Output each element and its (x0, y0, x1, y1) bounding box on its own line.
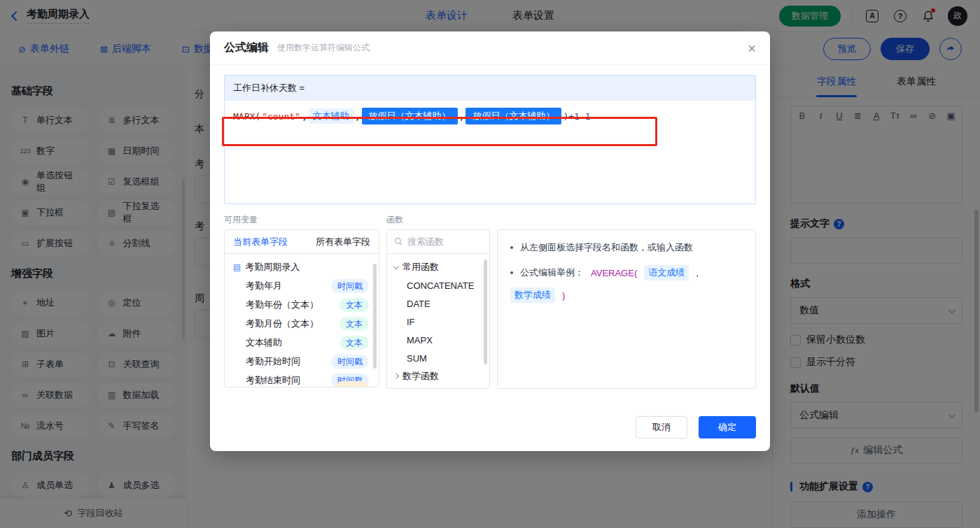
caret-down-icon (393, 263, 399, 269)
type-badge: 文本 (340, 298, 369, 312)
variables-scrollbar[interactable] (373, 264, 377, 369)
functions-scrollbar[interactable] (484, 259, 487, 364)
variable-row[interactable]: 考勤年份（文本）文本 (225, 295, 379, 314)
function-search[interactable] (387, 230, 489, 254)
formula-token: "count" (262, 111, 300, 122)
functions-label: 函数 (386, 214, 490, 229)
formula-edit-modal: 公式编辑 使用数学运算符编辑公式 × 工作日补休天数 = MAPX("count… (210, 31, 770, 451)
functions-panel: 常用函数 CONCATENATE DATE IF MAPX SUM 数学函数 文… (386, 229, 490, 389)
confirm-button[interactable]: 确定 (699, 416, 756, 438)
variables-label: 可用变量 (224, 214, 379, 229)
type-badge: 文本 (340, 317, 369, 331)
variable-row[interactable]: 考勤月份（文本）文本 (225, 314, 379, 333)
search-icon (394, 237, 403, 246)
variable-row[interactable]: 考勤年月时间戳 (225, 276, 379, 295)
function-group-common[interactable]: 常用函数 (387, 258, 489, 276)
function-item[interactable]: IF (387, 313, 489, 331)
type-badge: 文本 (340, 336, 369, 350)
formula-token: MAPX( (233, 111, 260, 122)
function-item[interactable]: SUM (387, 349, 489, 367)
example-chip: 语文成绩 (644, 265, 689, 280)
modal-title: 公式编辑 (224, 41, 269, 55)
example-close-paren: ) (562, 290, 565, 301)
field-chip-selected[interactable]: 放假日（文本辅助） (465, 108, 561, 124)
field-chip-selected[interactable]: 放假日（文本辅助） (362, 108, 458, 124)
tip-line-2-prefix: 公式编辑举例： (520, 266, 584, 279)
variables-panel: 当前表单字段 所有表单字段 ▤考勤周期录入 考勤年月时间戳 考勤年份（文本）文本… (224, 229, 379, 387)
type-badge: 时间戳 (331, 355, 369, 369)
function-item[interactable]: DATE (387, 294, 489, 313)
function-item[interactable]: CONCATENATE (387, 276, 489, 294)
partial-badge (335, 381, 369, 387)
formula-input-area[interactable]: MAPX("count", 文本辅助, 放假日（文本辅助）, 放假日（文本辅助）… (225, 101, 755, 204)
function-group-math[interactable]: 数学函数 (387, 367, 489, 385)
bullet-icon (510, 246, 513, 249)
formula-editor: 工作日补休天数 = MAPX("count", 文本辅助, 放假日（文本辅助）,… (224, 75, 756, 204)
caret-right-icon (393, 373, 399, 379)
function-search-input[interactable] (407, 236, 477, 247)
tips-panel: 从左侧面板选择字段名和函数，或输入函数 公式编辑举例：AVERAGE(语文成绩,… (497, 229, 756, 389)
bullet-icon (510, 271, 513, 274)
function-item[interactable]: MAPX (387, 331, 489, 349)
field-chip[interactable]: 文本辅助 (309, 108, 354, 124)
variable-row[interactable]: 考勤开始时间时间戳 (225, 352, 379, 371)
variables-root[interactable]: ▤考勤周期录入 (225, 257, 379, 276)
cancel-button[interactable]: 取消 (636, 416, 687, 438)
comma: , (696, 268, 699, 278)
example-function: AVERAGE( (591, 268, 637, 278)
tip-line-1: 从左侧面板选择字段名和函数，或输入函数 (520, 241, 693, 254)
type-badge: 时间戳 (331, 279, 369, 293)
formula-token: , (355, 111, 360, 122)
tab-current-form-fields[interactable]: 当前表单字段 (233, 236, 288, 248)
formula-token: , (302, 111, 307, 122)
formula-target: 工作日补休天数 = (225, 76, 755, 101)
formula-token: , (459, 111, 465, 122)
tips-spacer (497, 214, 756, 229)
modal-subtitle: 使用数学运算符编辑公式 (277, 42, 370, 54)
close-icon[interactable]: × (748, 41, 756, 55)
formula-token: )+1-1 (563, 111, 590, 122)
tab-all-form-fields[interactable]: 所有表单字段 (316, 236, 370, 248)
example-chip: 数学成绩 (510, 287, 555, 303)
function-group-text[interactable]: 文本函数 (387, 385, 489, 389)
form-doc-icon: ▤ (233, 262, 241, 272)
variable-row[interactable]: 文本辅助文本 (225, 333, 379, 352)
